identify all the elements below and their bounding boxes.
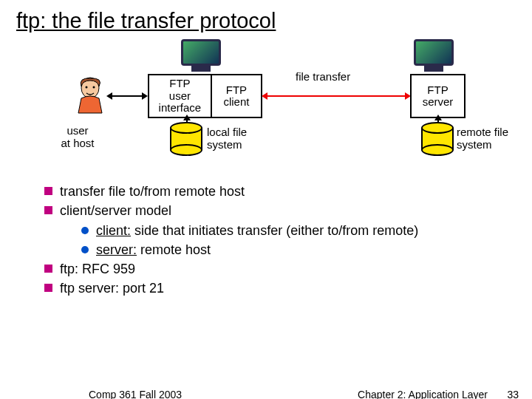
bullet-item: ftp: RFC 959 <box>44 260 510 278</box>
sub-bullet-item: server: remote host <box>81 241 510 259</box>
remote-fs-drum-icon <box>421 122 454 156</box>
ftp-user-interface-box: FTP user interface <box>149 75 212 117</box>
client-computer-icon <box>181 39 221 72</box>
file-transfer-label: file transfer <box>296 70 350 83</box>
local-fs-label: local file system <box>207 126 247 151</box>
ftp-server-box: FTP server <box>410 74 466 118</box>
bullet-item: ftp server: port 21 <box>44 279 510 297</box>
file-transfer-arrow <box>266 95 406 97</box>
footer-left: Comp 361 Fall 2003 <box>89 389 182 399</box>
sub-bullet-item: client: side that initiates transfer (ei… <box>81 222 510 239</box>
ftp-diagram: FTP user interface FTP client file trans… <box>0 41 532 181</box>
user-to-client-arrow <box>111 95 143 97</box>
user-at-host-label: user at host <box>44 125 111 149</box>
svg-point-2 <box>93 86 95 89</box>
bullet-list: transfer file to/from remote host client… <box>0 183 532 298</box>
ftp-client-box: FTP client <box>212 75 261 117</box>
footer-right: Chapter 2: Application Layer <box>358 389 488 399</box>
slide-title: ftp: the file transfer protocol <box>0 0 532 33</box>
client-box: FTP user interface FTP client <box>148 74 262 118</box>
remote-fs-label: remote file system <box>457 126 508 151</box>
slide-number: 33 <box>507 389 519 399</box>
user-person-icon <box>74 76 109 116</box>
bullet-item: client/server model client: side that in… <box>44 202 510 259</box>
bullet-item: transfer file to/from remote host <box>44 183 510 200</box>
svg-point-1 <box>86 86 88 89</box>
local-fs-drum-icon <box>170 122 202 156</box>
server-computer-icon <box>414 39 454 72</box>
